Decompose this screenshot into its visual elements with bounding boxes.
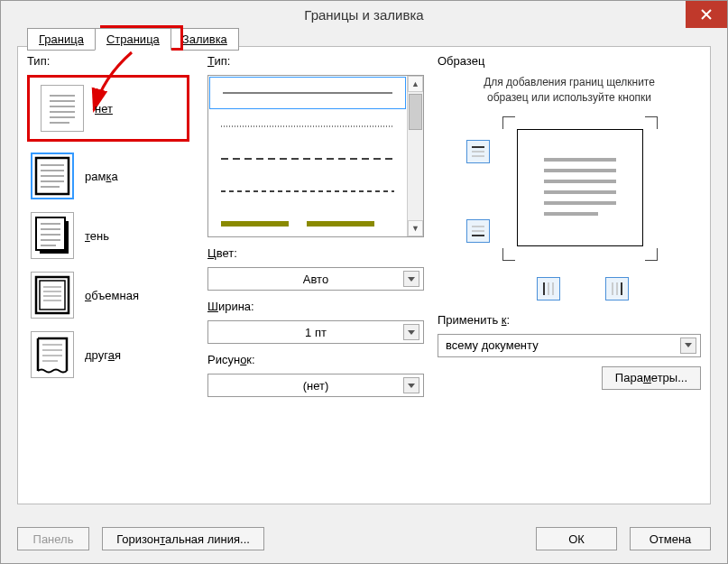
svg-rect-19	[36, 277, 69, 313]
linetype-list	[208, 76, 407, 236]
color-label: Цвет:	[207, 246, 424, 260]
setting-box-label: рамка	[85, 170, 118, 183]
edge-top-button[interactable]	[466, 140, 490, 163]
tab-page[interactable]: Страница	[95, 28, 171, 51]
linetype-solid[interactable]	[209, 77, 406, 109]
preview-box[interactable]	[517, 129, 643, 246]
preview-label: Образец	[438, 54, 701, 68]
corner-bl	[502, 248, 515, 261]
linetype-dash-short[interactable]	[208, 175, 407, 208]
chevron-down-icon	[403, 377, 419, 393]
ok-button[interactable]: ОК	[536, 527, 617, 550]
art-label: Рисунок:	[207, 353, 424, 366]
setting-none-icon	[41, 85, 84, 132]
borders-shading-dialog: Границы и заливка Граница Страница Залив…	[0, 0, 728, 564]
setting-3d-icon	[31, 272, 74, 319]
apply-value: всему документу	[446, 338, 539, 352]
width-label: Ширина:	[207, 300, 424, 313]
setting-shadow-icon	[31, 212, 74, 259]
horizontal-line-button[interactable]: Горизонтальная линия...	[102, 527, 264, 550]
linetype-scrollbar[interactable]: ▲ ▼	[407, 76, 423, 236]
edge-right-button[interactable]	[605, 277, 629, 300]
titlebar: Границы и заливка	[1, 1, 727, 28]
linetype-dotted[interactable]	[208, 110, 407, 143]
width-value: 1 пт	[305, 326, 327, 339]
close-button[interactable]	[686, 1, 727, 28]
scroll-track[interactable]	[408, 92, 423, 220]
settings-label: Тип:	[27, 54, 189, 68]
dialog-body: Граница Страница Заливка Тип: нет	[17, 46, 711, 504]
cancel-button[interactable]: Отмена	[630, 527, 711, 550]
setting-shadow[interactable]: тень	[27, 210, 189, 261]
dialog-title: Границы и заливка	[304, 7, 423, 23]
scroll-up-icon[interactable]: ▲	[408, 76, 423, 92]
dialog-footer: Панель Горизонтальная линия... ОК Отмена	[17, 527, 711, 550]
setting-custom[interactable]: другая	[27, 329, 189, 380]
dialog-content: Тип: нет рамка	[18, 47, 710, 504]
linetype-label: Тип:	[207, 54, 424, 68]
scroll-thumb[interactable]	[409, 94, 422, 130]
art-combo[interactable]: (нет)	[207, 374, 424, 397]
preview-column: Образец Для добавления границ щелкнитеоб…	[438, 54, 701, 390]
edge-bottom-button[interactable]	[466, 219, 490, 243]
color-value: Авто	[303, 273, 328, 286]
setting-none[interactable]: нет	[27, 75, 189, 142]
options-button[interactable]: Параметры...	[602, 366, 701, 390]
preview-area	[438, 124, 701, 304]
apply-combo[interactable]: всему документу	[438, 334, 701, 357]
svg-rect-20	[40, 281, 65, 310]
setting-custom-icon	[31, 331, 74, 378]
setting-custom-label: другая	[85, 348, 121, 362]
linetype-dash-long[interactable]	[208, 143, 407, 175]
chevron-down-icon	[403, 271, 419, 287]
settings-column: Тип: нет рамка	[27, 54, 189, 380]
setting-none-label: нет	[95, 102, 113, 116]
corner-br	[645, 248, 658, 261]
edge-left-button[interactable]	[537, 277, 560, 300]
setting-shadow-label: тень	[85, 229, 109, 243]
scroll-down-icon[interactable]: ▼	[408, 220, 423, 236]
style-column: Тип: ▲ ▼ Цвет:	[207, 54, 424, 397]
setting-3d-label: объемная	[85, 289, 139, 302]
settings-list: нет рамка тень	[27, 75, 189, 380]
apply-label: Применить к:	[438, 313, 701, 327]
color-combo[interactable]: Авто	[207, 267, 424, 291]
setting-box[interactable]: рамка	[27, 151, 189, 201]
width-combo[interactable]: 1 пт	[207, 320, 424, 344]
corner-tr	[645, 116, 658, 129]
setting-3d[interactable]: объемная	[27, 270, 189, 320]
chevron-down-icon	[403, 324, 419, 340]
art-value: (нет)	[303, 379, 329, 393]
linetype-listbox[interactable]: ▲ ▼	[207, 75, 424, 237]
preview-hint: Для добавления границ щелкнитеобразец ил…	[438, 75, 701, 106]
panel-button[interactable]: Панель	[17, 527, 89, 550]
corner-tl	[502, 116, 515, 129]
setting-box-icon	[31, 153, 74, 199]
chevron-down-icon	[680, 337, 696, 354]
linetype-thick-dash[interactable]	[208, 208, 407, 236]
